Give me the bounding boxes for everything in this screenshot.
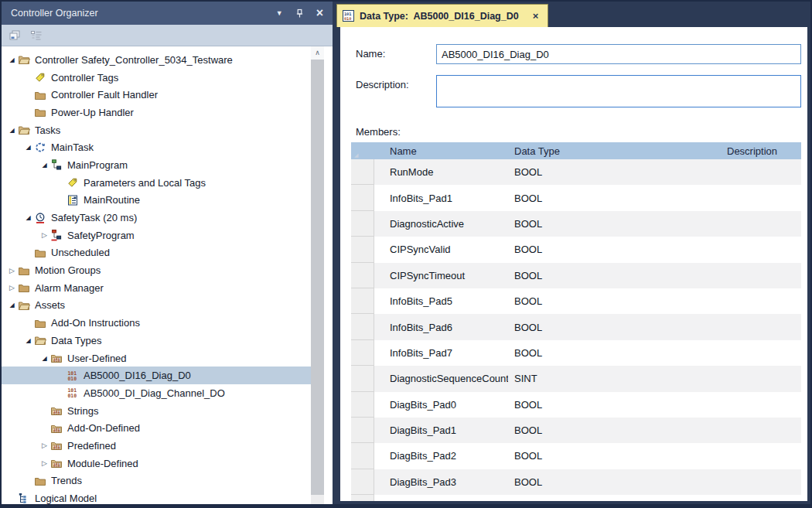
member-row[interactable]: DiagBits_Pad0BOOL xyxy=(351,392,801,418)
tree-item[interactable]: Controller Fault Handler xyxy=(2,86,311,104)
row-selector-cell[interactable] xyxy=(351,288,374,314)
column-header-datatype[interactable]: Data Type xyxy=(508,145,721,157)
window-menu-caret-icon[interactable]: ▼ xyxy=(276,9,283,17)
tree-item[interactable]: ◢Controller Safety_Controller_5034_Testw… xyxy=(2,51,311,69)
member-datatype-cell[interactable]: BOOL xyxy=(508,218,721,230)
tree-expander-icon[interactable]: ▷ xyxy=(6,284,18,292)
tree-item[interactable]: Power-Up Handler xyxy=(2,104,311,121)
member-name-cell[interactable]: DiagBits_Pad1 xyxy=(374,424,508,436)
member-datatype-cell[interactable]: BOOL xyxy=(508,295,721,307)
row-selector-cell[interactable] xyxy=(351,392,374,418)
tree-expander-icon[interactable]: ▷ xyxy=(6,267,18,274)
member-row[interactable]: CIPSyncValidBOOL xyxy=(351,237,801,262)
member-name-cell[interactable]: DiagBits_Pad3 xyxy=(374,476,508,488)
row-selector-cell[interactable] xyxy=(351,185,374,210)
tree-item[interactable]: ◢101010User-Defined xyxy=(2,349,311,367)
member-name-cell[interactable]: DiagnosticActive xyxy=(374,218,508,230)
scroll-up-icon[interactable]: ∧ xyxy=(311,46,324,60)
member-datatype-cell[interactable]: BOOL xyxy=(508,322,721,333)
tree-item[interactable]: ◢Tasks xyxy=(2,121,311,139)
row-selector-cell[interactable] xyxy=(351,366,374,391)
member-row[interactable]: InfoBits_Pad1BOOL xyxy=(351,185,801,210)
row-selector-cell[interactable] xyxy=(351,314,374,339)
tree-item[interactable]: ▷Alarm Manager xyxy=(2,279,311,297)
row-selector-cell[interactable] xyxy=(351,418,374,443)
tree-item[interactable]: Parameters and Local Tags xyxy=(2,174,311,192)
tree-item[interactable]: ◢Data Types xyxy=(2,332,311,349)
tree-expander-icon[interactable]: ◢ xyxy=(6,127,18,134)
member-row[interactable]: RunModeBOOL xyxy=(351,159,801,185)
tree-scrollbar[interactable]: ∧ xyxy=(311,46,324,504)
member-datatype-cell[interactable]: BOOL xyxy=(508,424,721,436)
member-row[interactable]: InfoBits_Pad7BOOL xyxy=(351,340,801,366)
row-selector-cell[interactable] xyxy=(351,495,374,501)
member-name-cell[interactable]: InfoBits_Pad7 xyxy=(374,347,508,359)
column-header-description[interactable]: Description xyxy=(721,145,801,157)
member-row[interactable]: DiagnosticActiveBOOL xyxy=(351,211,801,237)
tree-item[interactable]: Trends xyxy=(2,472,311,490)
tree-item[interactable]: Add-On Instructions xyxy=(2,314,311,332)
row-selector-cell[interactable] xyxy=(351,237,374,262)
tree-expander-icon[interactable]: ▷ xyxy=(39,442,50,449)
tree-expander-icon[interactable]: ◢ xyxy=(6,56,18,63)
row-selector-cell[interactable] xyxy=(351,340,374,366)
tree-item[interactable]: 101010AB5000_DI16_Diag_D0 xyxy=(2,367,311,384)
member-datatype-cell[interactable]: BOOL xyxy=(508,399,721,411)
tree-expander-icon[interactable]: ◢ xyxy=(22,337,34,344)
tree-item[interactable]: Unscheduled xyxy=(2,244,311,262)
tree-item[interactable]: Controller Tags xyxy=(2,69,311,87)
member-name-cell[interactable]: DiagBits_Pad0 xyxy=(374,399,508,411)
row-selector-cell[interactable] xyxy=(351,443,374,469)
tree-item[interactable]: ◢Assets xyxy=(2,297,311,315)
member-row[interactable]: DiagBits_Pad1BOOL xyxy=(351,418,801,443)
member-datatype-cell[interactable]: SINT xyxy=(508,373,721,384)
row-selector-cell[interactable] xyxy=(351,211,374,237)
grid-corner-cell[interactable]: ◢ xyxy=(351,142,374,159)
member-name-cell[interactable]: RunMode xyxy=(374,166,508,178)
member-name-cell[interactable]: InfoBits_Pad6 xyxy=(374,322,508,333)
description-input[interactable] xyxy=(436,75,801,107)
tree-item[interactable]: ▷SafetyProgram xyxy=(2,227,311,244)
tree-item[interactable]: ◢MainTask xyxy=(2,138,311,156)
close-icon[interactable]: × xyxy=(316,7,323,19)
tree-expander-icon[interactable]: ▷ xyxy=(39,459,50,467)
member-datatype-cell[interactable]: BOOL xyxy=(508,450,721,462)
row-selector-cell[interactable] xyxy=(351,263,374,288)
tree-expander-icon[interactable]: ◢ xyxy=(39,162,50,169)
member-name-cell[interactable]: DiagBits_Pad2 xyxy=(374,450,508,462)
tree-expander-icon[interactable]: ▷ xyxy=(39,231,50,239)
member-name-cell[interactable]: CIPSyncTimeout xyxy=(374,270,508,281)
member-name-cell[interactable]: InfoBits_Pad1 xyxy=(374,193,508,204)
tree-item[interactable]: Logical Model xyxy=(2,489,311,504)
member-datatype-cell[interactable]: BOOL xyxy=(508,476,721,488)
member-row[interactable]: InfoBits_Pad5BOOL xyxy=(351,288,801,314)
tree-item[interactable]: ▷Motion Groups xyxy=(2,261,311,279)
tree-item[interactable]: ◢MainProgram xyxy=(2,156,311,174)
stacked-windows-icon[interactable] xyxy=(8,29,22,43)
scrollbar-thumb[interactable] xyxy=(311,60,324,495)
tree-item[interactable]: MainRoutine xyxy=(2,192,311,210)
tree-item[interactable]: 101010AB5000_DI_Diag_Channel_DO xyxy=(2,384,311,402)
member-row[interactable]: CIPSyncTimeoutBOOL xyxy=(351,263,801,288)
column-header-name[interactable]: Name xyxy=(374,145,508,157)
member-datatype-cell[interactable]: BOOL xyxy=(508,347,721,359)
name-input[interactable] xyxy=(436,44,801,64)
tree-item[interactable]: ◢SafetyTask (20 ms) xyxy=(2,209,311,227)
member-datatype-cell[interactable]: BOOL xyxy=(508,270,721,281)
member-name-cell[interactable]: InfoBits_Pad5 xyxy=(374,295,508,307)
member-row[interactable]: DiagBits_Pad2BOOL xyxy=(351,443,801,469)
tree-expander-icon[interactable]: ◢ xyxy=(22,214,34,221)
member-row[interactable]: DiagBits_Pad3BOOL xyxy=(351,469,801,495)
tree-item[interactable]: ▷101010Predefined xyxy=(2,437,311,455)
member-name-cell[interactable]: DiagnosticSequenceCount xyxy=(374,373,508,384)
tree-item[interactable]: 101010Strings xyxy=(2,402,311,420)
member-row[interactable]: InfoBits_Pad6BOOL xyxy=(351,314,801,339)
tab-close-icon[interactable]: × xyxy=(533,11,539,21)
member-datatype-cell[interactable]: BOOL xyxy=(508,193,721,204)
row-selector-cell[interactable] xyxy=(351,159,374,185)
empty-member-row[interactable] xyxy=(351,495,801,501)
row-selector-cell[interactable] xyxy=(351,469,374,495)
member-name-cell[interactable]: CIPSyncValid xyxy=(374,244,508,255)
tree-expander-icon[interactable]: ◢ xyxy=(22,144,34,151)
tree-item[interactable]: 101010Add-On-Defined xyxy=(2,419,311,437)
